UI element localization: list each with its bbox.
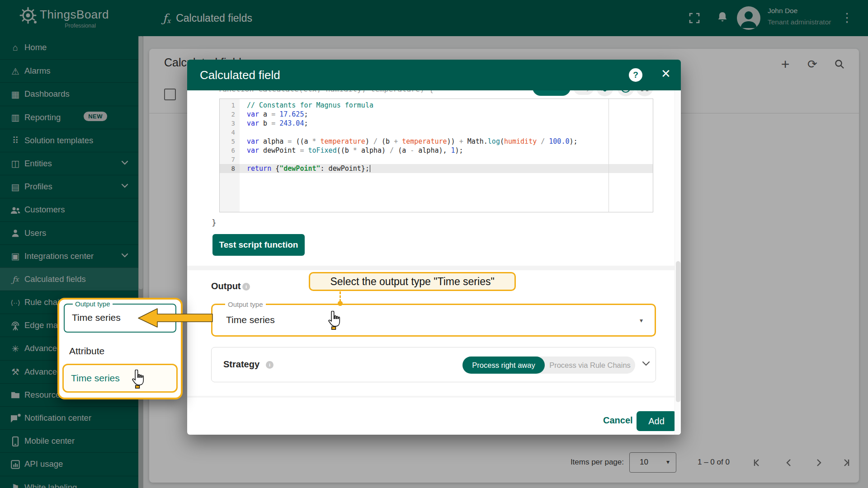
- scrollbar-thumb[interactable]: [676, 261, 680, 402]
- close-icon[interactable]: ✕: [659, 67, 673, 81]
- option-time-series[interactable]: Time series: [62, 364, 178, 393]
- cursor-hand-icon: [130, 370, 146, 389]
- output-type-field-label: Output type: [225, 300, 266, 308]
- dialog-title: Calculated field: [200, 60, 280, 90]
- dialog-header: Calculated field ? ✕: [187, 60, 681, 90]
- calculated-field-dialog: function calculate(ctx, humidity, temper…: [187, 60, 681, 435]
- strategy-section-label: Strategy: [223, 359, 259, 370]
- callout-connector: [340, 291, 341, 302]
- output-type-value: Time series: [72, 312, 121, 323]
- strategy-process-via-rule-chains[interactable]: Process via Rule Chains: [545, 357, 635, 374]
- output-section-label: Output: [211, 281, 241, 291]
- dialog-help-icon[interactable]: ?: [629, 68, 642, 82]
- output-type-field-label: Output type: [73, 300, 113, 308]
- callout-connector-dot: [338, 301, 343, 306]
- tutorial-callout: Select the output type "Time series": [309, 272, 516, 291]
- section-divider: [187, 266, 681, 270]
- strategy-toggle-group: Process right away Process via Rule Chai…: [462, 357, 635, 374]
- add-button[interactable]: Add: [637, 411, 676, 431]
- thingsboard-app: ThingsBoard Professional ƒx Calculated f…: [0, 0, 868, 488]
- strategy-expand-icon[interactable]: [642, 361, 650, 366]
- code-lines[interactable]: // Constants for Magnus formulavar a = 1…: [240, 99, 653, 212]
- strategy-card: Strategy i Process right away Process vi…: [211, 347, 656, 382]
- dialog-scrollbar[interactable]: [675, 90, 681, 435]
- strategy-process-right-away[interactable]: Process right away: [462, 357, 545, 374]
- output-type-select[interactable]: Output type Time series ▾: [211, 304, 656, 337]
- cancel-button[interactable]: Cancel: [600, 415, 636, 426]
- test-script-function-button[interactable]: Test script function: [212, 234, 305, 256]
- output-type-value: Time series: [226, 314, 275, 325]
- option-label: Time series: [71, 373, 120, 384]
- footer-divider: [187, 396, 681, 398]
- tutorial-arrow: [136, 306, 213, 330]
- output-info-icon[interactable]: i: [242, 283, 250, 291]
- cursor-hand-icon: [326, 311, 342, 330]
- line-number-gutter: 12345678: [220, 99, 240, 212]
- caret-down-icon: ▾: [640, 317, 643, 324]
- closing-brace: }: [212, 218, 217, 227]
- option-attribute[interactable]: Attribute: [69, 346, 104, 357]
- strategy-info-icon[interactable]: i: [266, 361, 274, 369]
- editor-divider: [609, 99, 609, 212]
- script-code-editor[interactable]: 12345678 // Constants for Magnus formula…: [219, 99, 653, 212]
